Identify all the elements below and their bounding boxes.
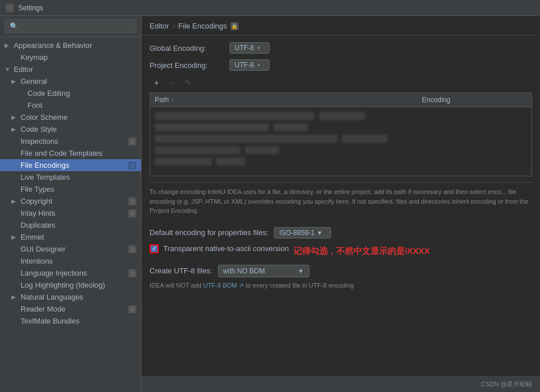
content-header: Editor › File Encodings 🔒 — [142, 16, 540, 35]
sidebar-item-label: Font — [27, 101, 42, 110]
blurred-encoding — [273, 123, 308, 131]
sidebar-item-reader-mode[interactable]: Reader Mode □ — [0, 303, 141, 315]
project-encoding-row: Project Encoding: UTF-8 ▾ — [150, 59, 532, 71]
sidebar-item-emmet[interactable]: ▶ Emmet — [0, 231, 141, 243]
arrow-icon: ▶ — [11, 234, 18, 240]
sidebar-item-file-code-templates[interactable]: File and Code Templates — [0, 147, 141, 159]
window-title: Settings — [18, 4, 43, 12]
create-utf8-dropdown[interactable]: with NO BOM ▾ — [218, 265, 309, 277]
create-utf8-label: Create UTF-8 files: — [150, 266, 212, 275]
main-container: ▶ Appearance & Behavior Keymap ▼ Editor … — [0, 16, 540, 392]
sidebar-item-label: General — [21, 77, 47, 86]
search-box[interactable] — [0, 16, 141, 37]
sidebar-item-color-scheme[interactable]: ▶ Color Scheme — [0, 111, 141, 123]
arrow-icon: ▶ — [11, 198, 18, 204]
content-panel: Editor › File Encodings 🔒 Global Encodin… — [142, 16, 540, 392]
sidebar-item-live-templates[interactable]: Live Templates — [0, 171, 141, 183]
sidebar-item-file-encodings[interactable]: File Encodings □ — [0, 159, 141, 171]
column-encoding: Encoding — [417, 95, 531, 105]
sidebar-item-textmate-bundles[interactable]: TextMate Bundles — [0, 315, 141, 327]
arrow-icon: ▶ — [5, 42, 11, 49]
blurred-encoding — [319, 112, 365, 120]
sidebar-item-code-style[interactable]: ▶ Code Style — [0, 123, 141, 135]
create-utf8-row: Create UTF-8 files: with NO BOM ▾ — [150, 265, 532, 277]
breadcrumb-separator: › — [172, 22, 175, 30]
transparent-checkbox-row: ✓ Transparent native-to-ascii conversion — [150, 244, 289, 253]
sidebar-item-duplicates[interactable]: Duplicates — [0, 219, 141, 231]
blurred-encoding — [216, 157, 245, 165]
add-button[interactable]: + — [150, 76, 163, 89]
col-path-label: Path — [155, 96, 169, 104]
global-encoding-dropdown[interactable]: UTF-8 ▾ — [229, 42, 269, 54]
table-row — [155, 112, 527, 120]
sidebar: ▶ Appearance & Behavior Keymap ▼ Editor … — [0, 16, 142, 392]
bom-info: IDEA will NOT add UTF-8 BOM ↗ to every c… — [150, 282, 532, 289]
table-row — [155, 135, 527, 143]
default-encoding-row: Default encoding for properties files: I… — [150, 227, 532, 239]
sidebar-item-copyright[interactable]: ▶ Copyright □ — [0, 195, 141, 207]
sidebar-item-gui-designer[interactable]: GUI Designer □ — [0, 243, 141, 255]
sidebar-item-label: Copyright — [21, 197, 53, 205]
bom-link[interactable]: UTF-8 BOM ↗ — [203, 282, 244, 289]
sidebar-item-appearance-behavior[interactable]: ▶ Appearance & Behavior — [0, 39, 141, 51]
sidebar-item-font[interactable]: Font — [0, 99, 141, 111]
remove-button[interactable]: − — [166, 76, 179, 89]
default-encoding-value: ISO-8859-1 — [279, 229, 315, 237]
table-header: Path ↑ Encoding — [150, 93, 531, 107]
blurred-path — [155, 112, 315, 120]
sidebar-item-label: Color Scheme — [21, 113, 67, 122]
edit-button[interactable]: ✎ — [182, 76, 195, 89]
search-input[interactable] — [5, 19, 136, 33]
annotation-text: 记得勾选，不然中文显示的是\XXXX — [293, 246, 430, 257]
blurred-data-rows — [150, 107, 531, 170]
default-encoding-dropdown[interactable]: ISO-8859-1 ▾ — [274, 227, 331, 239]
sidebar-item-code-editing[interactable]: Code Editing — [0, 87, 141, 99]
blurred-path — [155, 135, 337, 143]
sidebar-item-label: Code Editing — [27, 89, 70, 98]
table-row — [155, 123, 527, 131]
arrow-icon: ▶ — [11, 294, 18, 300]
sidebar-item-file-types[interactable]: File Types — [0, 183, 141, 195]
sidebar-item-inlay-hints[interactable]: Inlay Hints □ — [0, 207, 141, 219]
badge-icon: □ — [128, 269, 136, 277]
arrow-icon: ▶ — [11, 78, 18, 84]
sidebar-item-label: Intentions — [21, 257, 53, 265]
app-icon — [6, 4, 14, 12]
bom-info-text: IDEA will NOT add UTF-8 BOM ↗ to every c… — [150, 282, 354, 289]
sidebar-item-label: File and Code Templates — [21, 149, 103, 157]
arrow-icon: ▼ — [5, 66, 11, 72]
sidebar-item-log-highlighting[interactable]: Log Highlighting (Ideolog) — [0, 279, 141, 291]
sidebar-item-label: Natural Languages — [21, 293, 83, 301]
project-encoding-value: UTF-8 — [235, 61, 254, 69]
project-encoding-label: Project Encoding: — [150, 61, 224, 70]
encoding-table: Path ↑ Encoding — [150, 92, 532, 176]
breadcrumb: Editor › File Encodings 🔒 — [150, 22, 239, 30]
lock-icon: 🔒 — [231, 22, 239, 30]
column-path: Path ↑ — [150, 95, 417, 105]
sidebar-item-intentions[interactable]: Intentions — [0, 255, 141, 267]
sidebar-item-label: Inlay Hints — [21, 209, 55, 217]
nav-tree: ▶ Appearance & Behavior Keymap ▼ Editor … — [0, 37, 141, 392]
sidebar-item-general[interactable]: ▶ General — [0, 75, 141, 87]
sidebar-item-label: Keymap — [21, 53, 48, 62]
sidebar-item-natural-languages[interactable]: ▶ Natural Languages — [0, 291, 141, 303]
sidebar-item-label: Language Injections — [21, 269, 87, 277]
breadcrumb-current: File Encodings — [178, 22, 227, 30]
blurred-encoding — [245, 146, 279, 154]
info-text-content: To change encoding IntelliJ IDEA uses fo… — [150, 188, 528, 214]
arrow-icon: ▶ — [11, 114, 18, 120]
sidebar-item-editor[interactable]: ▼ Editor — [0, 63, 141, 75]
transparent-checkbox[interactable]: ✓ — [150, 244, 159, 253]
sidebar-item-label: Code Style — [21, 125, 57, 134]
sidebar-item-keymap[interactable]: Keymap — [0, 51, 141, 63]
sidebar-item-inspections[interactable]: Inspections □ — [0, 135, 141, 147]
sidebar-item-label: Inspections — [21, 137, 58, 146]
checkmark-icon: ✓ — [152, 245, 157, 252]
dropdown-arrow-icon: ▾ — [318, 229, 321, 237]
project-encoding-dropdown[interactable]: UTF-8 ▾ — [229, 59, 269, 71]
table-body — [150, 107, 531, 176]
global-encoding-label: Global Encoding: — [150, 44, 224, 52]
sidebar-item-language-injections[interactable]: Language Injections □ — [0, 267, 141, 279]
content-footer: CSDN @星月昭铭 — [142, 376, 540, 392]
title-bar: Settings — [0, 0, 540, 16]
